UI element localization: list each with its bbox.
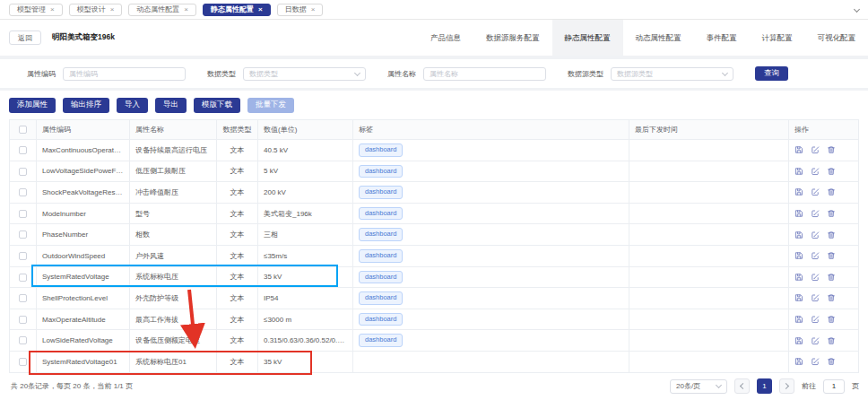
cell-value: 35 kV — [258, 266, 353, 288]
row-checkbox[interactable] — [19, 146, 27, 154]
tab-visual-config[interactable]: 可视化配置 — [805, 20, 868, 56]
back-button[interactable]: 返回 — [9, 30, 41, 45]
cell-last-send-time — [629, 245, 789, 266]
delete-button[interactable] — [827, 167, 836, 176]
tag-chip: dashboard — [359, 186, 403, 199]
delete-button[interactable] — [827, 251, 836, 260]
chevron-right-icon — [783, 383, 789, 389]
edit-button[interactable] — [811, 315, 820, 324]
goto-page-input[interactable] — [823, 379, 845, 394]
chevron-down-icon[interactable] — [854, 6, 860, 13]
row-checkbox[interactable] — [19, 358, 27, 366]
send-down-button[interactable] — [794, 273, 803, 282]
add-attribute-button[interactable]: 添加属性 — [9, 98, 56, 113]
attr-name-input[interactable] — [423, 67, 546, 81]
edit-button[interactable] — [811, 251, 820, 260]
send-down-button[interactable] — [794, 251, 803, 260]
send-down-button[interactable] — [794, 336, 803, 345]
send-down-button[interactable] — [794, 145, 803, 154]
cell-attr-name: 设备持续最高运行电压 — [130, 140, 217, 161]
send-down-button[interactable] — [794, 187, 803, 196]
template-download-button[interactable]: 模版下载 — [194, 98, 240, 113]
table-row: ShellProtectionLevel外壳防护等级文本IP54dashboar… — [10, 288, 859, 309]
cell-attr-code: SystemRatedVoltage — [37, 266, 130, 288]
close-icon[interactable]: × — [258, 6, 263, 13]
close-icon[interactable]: × — [110, 6, 115, 13]
window-tab[interactable]: 模型管理 × — [9, 4, 63, 16]
tab-static-attr-config[interactable]: 静态属性配置 — [552, 20, 623, 56]
window-tab[interactable]: 模型设计 × — [69, 4, 123, 16]
row-checkbox[interactable] — [19, 230, 27, 239]
next-page-button[interactable] — [779, 378, 794, 394]
edit-button[interactable] — [811, 230, 820, 239]
edit-button[interactable] — [811, 273, 820, 282]
cell-attr-code: SystemRatedVoltage01 — [37, 351, 130, 372]
cell-data-type: 文本 — [217, 266, 258, 288]
send-down-button[interactable] — [794, 315, 803, 324]
window-tab-active[interactable]: 静态属性配置 × — [203, 4, 271, 16]
tab-dynamic-attr-config[interactable]: 动态属性配置 — [623, 20, 694, 56]
edit-button[interactable] — [811, 357, 820, 366]
delete-button[interactable] — [827, 209, 836, 218]
import-button[interactable]: 导入 — [117, 98, 148, 113]
edit-button[interactable] — [811, 336, 820, 345]
cell-last-send-time — [629, 288, 789, 309]
select-all-checkbox[interactable] — [19, 126, 27, 134]
current-page-button[interactable]: 1 — [757, 378, 772, 394]
row-checkbox[interactable] — [19, 294, 27, 302]
prev-page-button[interactable] — [734, 378, 750, 394]
filter-attr-name: 属性名称 — [387, 67, 546, 81]
source-type-select[interactable]: 数据源类型 — [611, 67, 733, 81]
table-header-row: 属性编码 属性名称 数据类型 数值(单位) 标签 最后下发时间 操作 — [10, 120, 859, 140]
delete-button[interactable] — [827, 336, 836, 345]
row-checkbox[interactable] — [19, 274, 27, 282]
delete-button[interactable] — [827, 230, 836, 239]
edit-button[interactable] — [811, 293, 820, 302]
row-checkbox[interactable] — [19, 210, 27, 218]
page-size-select[interactable]: 20条/页 — [670, 379, 727, 394]
export-button[interactable]: 导出 — [155, 98, 187, 113]
tag-chip: dashboard — [359, 313, 403, 326]
table-row: MaxOperateAltitude最高工作海拔文本≤3000 mdashboa… — [10, 309, 859, 330]
chevron-down-icon — [722, 69, 728, 75]
send-down-button[interactable] — [794, 209, 803, 218]
batch-send-button[interactable]: 批量下发 — [247, 98, 294, 113]
cell-attr-name: 冲击峰值耐压 — [130, 182, 217, 204]
tab-calc-config[interactable]: 计算配置 — [750, 20, 805, 56]
delete-button[interactable] — [827, 357, 836, 366]
table-row: OutdoorWindSpeed户外风速文本≤35m/sdashboard — [10, 245, 859, 266]
row-checkbox[interactable] — [19, 188, 27, 196]
cell-data-type: 文本 — [217, 245, 258, 266]
edit-button[interactable] — [811, 167, 820, 176]
edit-button[interactable] — [811, 187, 820, 196]
send-down-button[interactable] — [794, 293, 803, 302]
send-down-button[interactable] — [794, 167, 803, 176]
tab-product-info[interactable]: 产品信息 — [418, 20, 473, 56]
delete-button[interactable] — [827, 187, 836, 196]
close-icon[interactable]: × — [311, 6, 316, 13]
send-down-button[interactable] — [794, 230, 803, 239]
data-type-select[interactable]: 数据类型 — [243, 67, 366, 81]
row-checkbox[interactable] — [19, 336, 27, 344]
row-checkbox[interactable] — [19, 316, 27, 324]
delete-button[interactable] — [827, 315, 836, 324]
tab-event-config[interactable]: 事件配置 — [694, 20, 750, 56]
search-button[interactable]: 查询 — [755, 66, 788, 81]
close-icon[interactable]: × — [184, 6, 188, 13]
output-sort-button[interactable]: 输出排序 — [63, 98, 109, 113]
close-icon[interactable]: × — [50, 6, 55, 13]
attr-code-input[interactable] — [63, 67, 186, 81]
delete-button[interactable] — [827, 273, 836, 282]
tab-datasource-service-config[interactable]: 数据源服务配置 — [473, 20, 552, 56]
send-down-button[interactable] — [794, 357, 803, 366]
row-checkbox[interactable] — [19, 168, 27, 176]
window-tab[interactable]: 动态属性配置 × — [128, 4, 196, 16]
delete-button[interactable] — [827, 145, 836, 154]
cell-attr-name: 外壳防护等级 — [130, 288, 217, 309]
edit-button[interactable] — [811, 209, 820, 218]
row-checkbox[interactable] — [19, 252, 27, 260]
delete-button[interactable] — [827, 293, 836, 302]
edit-button[interactable] — [811, 145, 820, 154]
window-tab[interactable]: 日数据 × — [277, 4, 324, 16]
cell-attr-code: ShockPeakVoltageResista... — [37, 182, 130, 204]
